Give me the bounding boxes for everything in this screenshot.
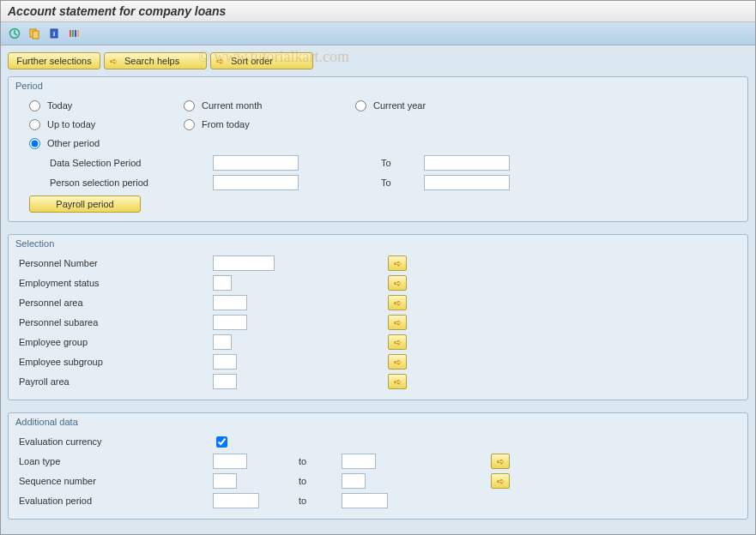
employee-subgroup-row: Employee subgroup ➪ xyxy=(17,352,739,371)
radio-current-month-input[interactable] xyxy=(184,100,195,111)
personnel-area-input[interactable] xyxy=(213,295,247,310)
arrow-right-icon: ➪ xyxy=(216,56,224,67)
personnel-area-label: Personnel area xyxy=(17,298,213,308)
employee-subgroup-label: Employee subgroup xyxy=(17,357,213,367)
radio-today[interactable]: Today xyxy=(17,100,172,111)
employment-status-multi-button[interactable]: ➪ xyxy=(388,275,407,291)
evaluation-currency-checkbox[interactable] xyxy=(216,436,227,448)
radio-current-month[interactable]: Current month xyxy=(172,100,343,111)
radio-today-input[interactable] xyxy=(29,100,40,111)
period-radio-row-3: Other period xyxy=(17,134,739,153)
to-label: to xyxy=(293,496,342,506)
personnel-subarea-multi-button[interactable]: ➪ xyxy=(388,315,407,330)
radio-current-year-input[interactable] xyxy=(355,100,366,111)
info-icon[interactable]: i xyxy=(45,25,63,42)
content-area: Further selections ➪ Search helps ➪ Sort… xyxy=(1,45,755,534)
radio-from-today-label: From today xyxy=(202,119,250,129)
person-selection-period-row: Person selection period To xyxy=(17,173,739,192)
loan-type-to[interactable] xyxy=(342,454,376,469)
sort-order-label: Sort order xyxy=(231,56,273,66)
evaluation-period-to[interactable] xyxy=(342,493,388,508)
payroll-area-label: Payroll area xyxy=(17,376,213,387)
period-radio-row-2: Up to today From today xyxy=(17,115,739,134)
app-toolbar: © www.tutorialkart.com i xyxy=(1,22,755,45)
data-selection-period-from[interactable] xyxy=(213,155,299,171)
employment-status-label: Employment status xyxy=(17,278,213,288)
loan-type-multi-button[interactable]: ➪ xyxy=(491,454,510,469)
additional-data-group: Additional data Evaluation currency Loan… xyxy=(8,412,748,520)
radio-up-to-today[interactable]: Up to today xyxy=(17,119,172,130)
app-window: Account statement for company loans © ww… xyxy=(0,0,756,535)
sequence-number-to[interactable] xyxy=(342,473,366,489)
payroll-period-button[interactable]: Payroll period xyxy=(29,195,141,213)
sequence-number-row: Sequence number to ➪ xyxy=(17,472,739,490)
period-radio-row-1: Today Current month Current year xyxy=(17,96,739,115)
employee-group-label: Employee group xyxy=(17,337,213,347)
employee-group-multi-button[interactable]: ➪ xyxy=(388,334,407,350)
sequence-number-multi-button[interactable]: ➪ xyxy=(491,473,510,489)
loan-type-from[interactable] xyxy=(213,454,247,469)
svg-rect-7 xyxy=(75,30,76,37)
employment-status-row: Employment status ➪ xyxy=(17,274,739,292)
evaluation-currency-row: Evaluation currency xyxy=(17,432,739,451)
radio-from-today-input[interactable] xyxy=(184,119,195,130)
org-structure-icon[interactable] xyxy=(65,25,82,42)
period-group: Period Today Current month Current year … xyxy=(8,76,748,222)
radio-up-to-today-input[interactable] xyxy=(29,119,40,130)
search-helps-label: Search helps xyxy=(124,56,179,66)
employee-group-row: Employee group ➪ xyxy=(17,333,739,352)
person-selection-period-from[interactable] xyxy=(213,175,299,190)
employee-group-input[interactable] xyxy=(213,334,232,350)
payroll-area-multi-button[interactable]: ➪ xyxy=(388,374,407,389)
period-group-title: Period xyxy=(15,81,739,91)
personnel-number-multi-button[interactable]: ➪ xyxy=(388,255,407,271)
loan-type-row: Loan type to ➪ xyxy=(17,452,739,471)
payroll-area-input[interactable] xyxy=(213,374,237,389)
to-label: to xyxy=(293,476,342,486)
employee-subgroup-input[interactable] xyxy=(213,354,237,370)
variant-icon[interactable] xyxy=(26,25,43,42)
radio-current-year[interactable]: Current year xyxy=(343,100,515,111)
payroll-button-row: Payroll period xyxy=(17,195,739,213)
arrow-right-icon: ➪ xyxy=(110,56,118,67)
evaluation-period-from[interactable] xyxy=(213,493,259,508)
evaluation-period-label: Evaluation period xyxy=(17,496,213,506)
personnel-area-row: Personnel area ➪ xyxy=(17,293,739,312)
data-selection-period-to[interactable] xyxy=(424,155,510,171)
further-selections-button[interactable]: Further selections xyxy=(8,52,100,69)
personnel-number-label: Personnel Number xyxy=(17,258,213,268)
personnel-area-multi-button[interactable]: ➪ xyxy=(388,295,407,310)
additional-data-group-title: Additional data xyxy=(15,417,739,427)
radio-other-period-input[interactable] xyxy=(29,138,40,149)
svg-rect-5 xyxy=(70,30,71,37)
selection-buttons-row: Further selections ➪ Search helps ➪ Sort… xyxy=(8,52,748,69)
radio-other-period[interactable]: Other period xyxy=(17,138,172,149)
radio-today-label: Today xyxy=(47,100,72,111)
personnel-number-row: Personnel Number ➪ xyxy=(17,254,739,273)
page-title: Account statement for company loans xyxy=(1,1,755,22)
person-selection-period-to[interactable] xyxy=(424,175,510,190)
evaluation-period-row: Evaluation period to xyxy=(17,491,739,510)
svg-rect-6 xyxy=(72,30,74,37)
execute-icon[interactable] xyxy=(6,25,23,42)
personnel-subarea-label: Personnel subarea xyxy=(17,317,213,328)
radio-up-to-today-label: Up to today xyxy=(47,119,95,129)
radio-other-period-label: Other period xyxy=(47,138,100,148)
selection-group: Selection Personnel Number ➪ Employment … xyxy=(8,234,748,400)
personnel-subarea-input[interactable] xyxy=(213,315,247,330)
personnel-number-input[interactable] xyxy=(213,255,275,271)
data-selection-period-label: Data Selection Period xyxy=(17,158,213,168)
svg-rect-8 xyxy=(77,30,79,37)
radio-from-today[interactable]: From today xyxy=(172,119,343,130)
employment-status-input[interactable] xyxy=(213,275,232,291)
data-selection-period-row: Data Selection Period To xyxy=(17,153,739,172)
search-helps-button[interactable]: ➪ Search helps xyxy=(104,52,207,69)
sequence-number-from[interactable] xyxy=(213,473,237,489)
loan-type-label: Loan type xyxy=(17,456,213,466)
employee-subgroup-multi-button[interactable]: ➪ xyxy=(388,354,407,370)
to-label: to xyxy=(293,456,342,466)
person-selection-period-label: Person selection period xyxy=(17,177,213,188)
to-label: To xyxy=(376,158,424,168)
payroll-area-row: Payroll area ➪ xyxy=(17,372,739,391)
sort-order-button[interactable]: ➪ Sort order xyxy=(210,52,313,69)
